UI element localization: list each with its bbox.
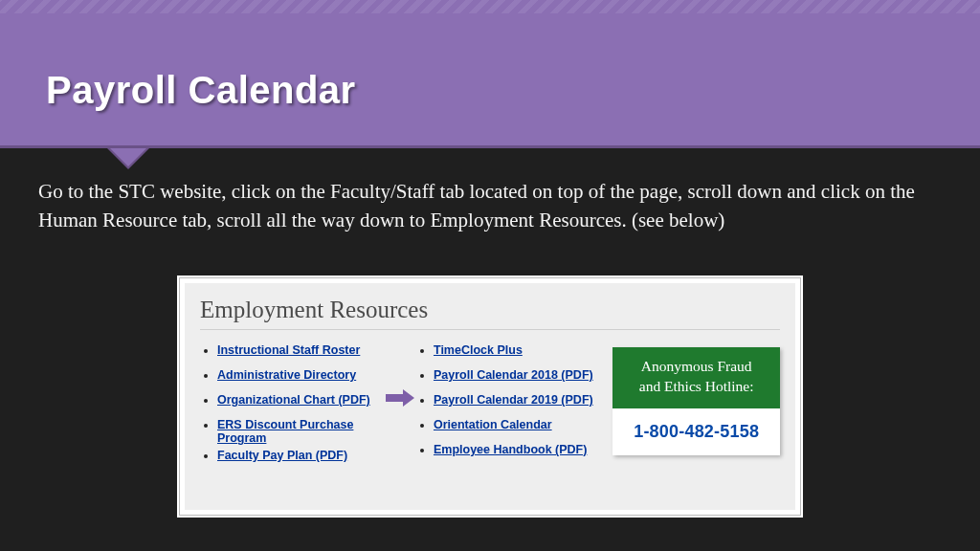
- hotline-card: Anonymous Fraud and Ethics Hotline: 1-80…: [612, 347, 780, 455]
- list-item: Payroll Calendar 2018 (PDF): [434, 368, 605, 382]
- title-wrap: Payroll Calendar: [46, 69, 356, 112]
- list-item: Organizational Chart (PDF): [217, 393, 384, 407]
- slide-body-text: Go to the STC website, click on the Facu…: [38, 177, 932, 235]
- link-timeclock-plus[interactable]: TimeClock Plus: [434, 343, 523, 357]
- panel-divider: [200, 329, 780, 330]
- list-item: Administrative Directory: [217, 368, 384, 382]
- hotline-title: Anonymous Fraud and Ethics Hotline:: [612, 347, 780, 408]
- employment-resources-box: Employment Resources Instructional Staff…: [185, 283, 795, 510]
- panel-heading: Employment Resources: [200, 297, 780, 323]
- link-instructional-staff-roster[interactable]: Instructional Staff Roster: [217, 343, 360, 357]
- link-employee-handbook[interactable]: Employee Handbook (PDF): [434, 443, 587, 456]
- screenshot-panel: Employment Resources Instructional Staff…: [177, 276, 803, 518]
- link-column-2: TimeClock Plus Payroll Calendar 2018 (PD…: [416, 343, 605, 468]
- panel-columns: Instructional Staff Roster Administrativ…: [200, 343, 780, 474]
- list-item: ERS Discount Purchase Program: [217, 418, 384, 445]
- link-administrative-directory[interactable]: Administrative Directory: [217, 368, 356, 382]
- list-item: TimeClock Plus: [434, 343, 605, 357]
- link-faculty-pay-plan[interactable]: Faculty Pay Plan (PDF): [217, 449, 347, 462]
- arrow-right-icon: [386, 389, 414, 407]
- svg-rect-0: [386, 394, 403, 402]
- list-item: Payroll Calendar 2019 (PDF): [434, 393, 605, 407]
- slide-header: Payroll Calendar: [0, 0, 980, 148]
- slide-title: Payroll Calendar: [46, 69, 356, 112]
- link-orientation-calendar[interactable]: Orientation Calendar: [434, 418, 552, 431]
- link-organizational-chart[interactable]: Organizational Chart (PDF): [217, 393, 370, 407]
- list-item: Faculty Pay Plan (PDF): [217, 449, 384, 462]
- slide: Payroll Calendar Go to the STC website, …: [0, 0, 980, 551]
- list-item: Instructional Staff Roster: [217, 343, 384, 357]
- header-notch: [110, 148, 146, 166]
- list-item: Employee Handbook (PDF): [434, 443, 605, 456]
- hotline-line2: and Ethics Hotline:: [639, 378, 754, 394]
- svg-marker-1: [403, 389, 414, 407]
- hotline-phone: 1-800-482-5158: [612, 408, 780, 455]
- link-payroll-calendar-2019[interactable]: Payroll Calendar 2019 (PDF): [434, 393, 593, 407]
- pointer-arrow: [384, 343, 416, 407]
- link-column-1: Instructional Staff Roster Administrativ…: [200, 343, 384, 474]
- link-ers-discount[interactable]: ERS Discount Purchase Program: [217, 418, 353, 445]
- list-item: Orientation Calendar: [434, 418, 605, 431]
- link-payroll-calendar-2018[interactable]: Payroll Calendar 2018 (PDF): [434, 368, 593, 382]
- hotline-line1: Anonymous Fraud: [641, 358, 752, 374]
